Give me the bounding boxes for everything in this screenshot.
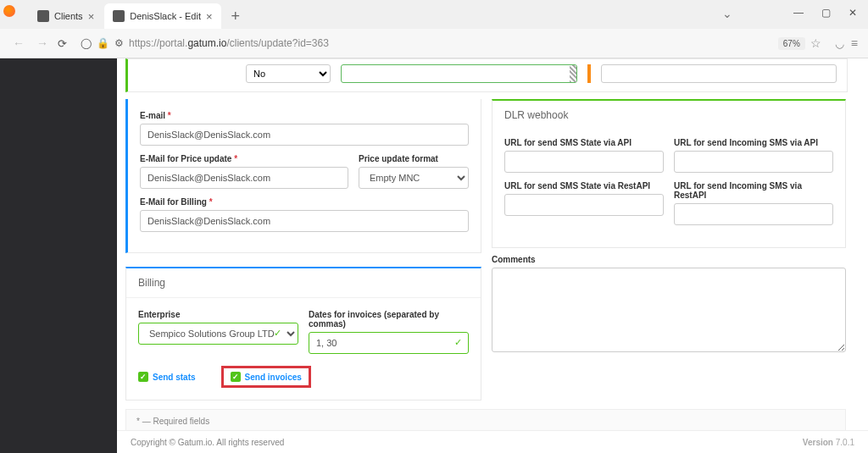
firefox-icon xyxy=(3,5,15,17)
back-button[interactable]: ← xyxy=(10,36,27,50)
email-input[interactable] xyxy=(140,124,469,146)
favicon-icon xyxy=(113,10,125,22)
nav-bar: ← → ⟳ ◯ 🔒 ⚙ https://portal.gatum.io/clie… xyxy=(0,29,868,58)
pocket-icon[interactable]: ◡ xyxy=(835,37,844,50)
billing-email-input[interactable] xyxy=(140,210,469,232)
price-format-label: Price update format xyxy=(359,154,469,163)
menu-icon[interactable]: ≡ xyxy=(851,36,858,50)
send-invoices-checkbox[interactable]: ✓Send invoices xyxy=(231,372,302,382)
comments-textarea[interactable] xyxy=(492,268,846,352)
top-partial-panel: No xyxy=(125,58,848,92)
close-window-button[interactable]: ✕ xyxy=(841,3,865,22)
lock-icon: 🔒 xyxy=(97,37,109,49)
reload-button[interactable]: ⟳ xyxy=(58,37,67,50)
window-controls: — ▢ ✕ xyxy=(787,3,865,22)
enterprise-label: Enterprise xyxy=(138,310,298,319)
billing-panel: Billing Enterprise Sempico Solutions Gro… xyxy=(125,267,481,401)
page-footer: Copyright © Gatum.io. All rights reserve… xyxy=(117,430,868,453)
title-bar: Clients × DenisSlack - Edit × + ⌄ — ▢ ✕ xyxy=(0,0,868,29)
url-api-incoming-label: URL for send Incoming SMS via API xyxy=(674,138,833,147)
check-icon: ✓ xyxy=(274,328,281,339)
close-icon[interactable]: × xyxy=(206,10,213,23)
browser-chrome: Clients × DenisSlack - Edit × + ⌄ — ▢ ✕ … xyxy=(0,0,868,58)
url-api-state-label: URL for send SMS State via API xyxy=(504,138,664,147)
shield-icon: ◯ xyxy=(81,37,92,49)
permissions-icon: ⚙ xyxy=(114,37,124,49)
url-rest-incoming-label: URL for send Incoming SMS via RestAPI xyxy=(674,181,833,200)
url-bar[interactable]: ◯ 🔒 ⚙ https://portal.gatum.io/clients/up… xyxy=(74,36,828,50)
billing-header: Billing xyxy=(126,268,481,298)
forward-button[interactable]: → xyxy=(34,36,51,50)
url-rest-state-input[interactable] xyxy=(504,194,664,216)
check-icon: ✓ xyxy=(454,337,462,348)
tabs-dropdown-icon[interactable]: ⌄ xyxy=(722,7,732,20)
price-update-email-label: E-Mail for Price update * xyxy=(140,154,348,163)
url-rest-state-label: URL for send SMS State via RestAPI xyxy=(504,181,664,191)
zoom-badge[interactable]: 67% xyxy=(778,37,805,50)
url-api-state-input[interactable] xyxy=(504,151,664,173)
right-empty-field[interactable] xyxy=(601,64,837,83)
email-label: E-mail * xyxy=(140,111,469,120)
close-icon[interactable]: × xyxy=(88,10,95,23)
dlr-panel: DLR webhook URL for send SMS State via A… xyxy=(492,99,846,248)
progress-field[interactable] xyxy=(341,64,577,83)
tab-clients[interactable]: Clients × xyxy=(29,3,103,29)
price-format-select[interactable]: Empty MNC xyxy=(359,167,469,189)
main-content: No E-mail * E-Mail for Price xyxy=(117,58,868,453)
tab-strip: Clients × DenisSlack - Edit × + xyxy=(22,0,248,29)
billing-email-label: E-Mail for Billing * xyxy=(140,197,469,207)
comments-section: Comments xyxy=(492,255,846,354)
sidebar xyxy=(0,58,117,453)
dates-input[interactable] xyxy=(309,332,469,354)
url-api-incoming-input[interactable] xyxy=(674,151,833,173)
tab-label: DenisSlack - Edit xyxy=(130,11,201,21)
url-rest-incoming-input[interactable] xyxy=(674,203,833,225)
dates-label: Dates for invoices (separated by commas) xyxy=(309,310,469,329)
tab-edit[interactable]: DenisSlack - Edit × xyxy=(104,3,220,29)
favicon-icon xyxy=(37,10,49,22)
dlr-header: DLR webhook xyxy=(492,101,845,130)
bookmark-icon[interactable]: ☆ xyxy=(810,36,821,50)
tab-label: Clients xyxy=(54,11,83,21)
email-panel: E-mail * E-Mail for Price update * Price… xyxy=(125,99,481,253)
new-tab-button[interactable]: + xyxy=(223,8,249,29)
send-invoices-highlight: ✓Send invoices xyxy=(221,366,311,388)
minimize-button[interactable]: — xyxy=(787,3,810,22)
version: Version 7.0.1 xyxy=(803,438,854,447)
price-update-email-input[interactable] xyxy=(140,167,348,189)
send-stats-checkbox[interactable]: ✓Send stats xyxy=(138,372,196,382)
orange-indicator xyxy=(587,64,591,83)
url-text: https://portal.gatum.io/clients/update?i… xyxy=(129,37,773,49)
copyright: Copyright © Gatum.io. All rights reserve… xyxy=(131,438,284,447)
top-select[interactable]: No xyxy=(246,64,331,83)
maximize-button[interactable]: ▢ xyxy=(814,3,837,22)
viewport: No E-mail * E-Mail for Price xyxy=(0,58,868,453)
comments-label: Comments xyxy=(492,255,846,264)
